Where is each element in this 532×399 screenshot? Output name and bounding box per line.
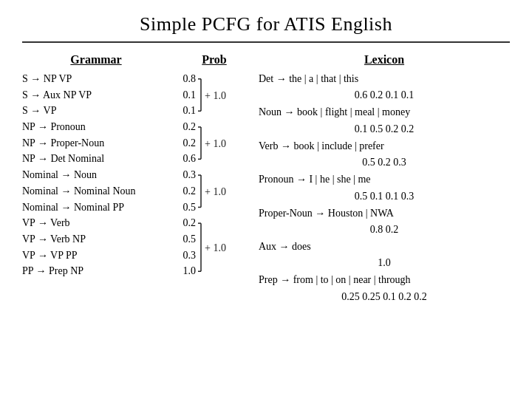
svg-text:+ 1.0: + 1.0 xyxy=(205,186,226,197)
main-columns: Grammar S → NP VPS → Aux NP VPS → VPNP →… xyxy=(22,53,510,306)
prob-value: 0.1 xyxy=(170,103,196,119)
grammar-rule: VP → VP PP xyxy=(22,248,170,264)
svg-text:+ 1.0: + 1.0 xyxy=(205,138,226,149)
prob-value: 0.3 xyxy=(170,248,196,264)
lexicon-probs: 0.1 0.5 0.2 0.2 xyxy=(259,121,510,137)
lexicon-rule: Proper-Noun → Houston | NWA xyxy=(259,205,510,222)
lexicon-probs: 0.6 0.2 0.1 0.1 xyxy=(259,87,510,103)
grammar-rule: NP → Pronoun xyxy=(22,119,170,135)
page: Simple PCFG for ATIS English Grammar S →… xyxy=(0,0,532,313)
grammar-rule: NP → Proper-Noun xyxy=(22,135,170,151)
lexicon-probs: 0.5 0.2 0.3 xyxy=(259,154,510,170)
lexicon-rule: Verb → book | include | prefer xyxy=(259,138,510,154)
prob-header: Prob xyxy=(170,53,259,66)
lexicon-rule: Pronoun → I | he | she | me xyxy=(259,171,510,188)
lexicon-entries: Det → the | a | that | this0.6 0.2 0.1 0… xyxy=(259,71,510,304)
grammar-header: Grammar xyxy=(22,53,170,66)
lexicon-probs: 0.5 0.1 0.1 0.3 xyxy=(259,188,510,204)
grammar-rule: Nominal → Nominal PP xyxy=(22,200,170,216)
prob-value: 0.2 xyxy=(170,119,196,135)
svg-text:+ 1.0: + 1.0 xyxy=(205,90,226,101)
prob-value: 0.8 xyxy=(170,71,196,87)
grammar-rule: NP → Det Nominal xyxy=(22,151,170,167)
lexicon-item: Aux → does1.0 xyxy=(259,239,510,270)
lexicon-item: Prep → from | to | on | near | through0.… xyxy=(259,272,510,304)
prob-rows: 0.80.10.10.20.20.60.30.20.50.20.50.31.0+… xyxy=(170,71,259,279)
lexicon-item: Noun → book | flight | meal | money0.1 0… xyxy=(259,104,510,136)
lexicon-probs: 1.0 xyxy=(259,255,510,270)
prob-column: Prob 0.80.10.10.20.20.60.30.20.50.20.50.… xyxy=(170,53,259,306)
divider xyxy=(22,41,510,43)
svg-text:+ 1.0: + 1.0 xyxy=(205,242,226,253)
grammar-column: Grammar S → NP VPS → Aux NP VPS → VPNP →… xyxy=(22,53,170,306)
lexicon-header: Lexicon xyxy=(259,53,510,66)
lexicon-item: Det → the | a | that | this0.6 0.2 0.1 0… xyxy=(259,71,510,103)
prob-value: 1.0 xyxy=(170,263,196,279)
lexicon-rule: Det → the | a | that | this xyxy=(259,71,510,87)
grammar-rule: S → Aux NP VP xyxy=(22,87,170,103)
prob-value: 0.2 xyxy=(170,183,196,200)
lexicon-probs: 0.25 0.25 0.1 0.2 0.2 xyxy=(259,289,510,304)
grammar-rule: PP → Prep NP xyxy=(22,263,170,279)
lexicon-item: Verb → book | include | prefer0.5 0.2 0.… xyxy=(259,138,510,170)
prob-value: 0.3 xyxy=(170,167,196,183)
grammar-rules: S → NP VPS → Aux NP VPS → VPNP → Pronoun… xyxy=(22,71,170,279)
grammar-rule: S → NP VP xyxy=(22,71,170,87)
lexicon-item: Pronoun → I | he | she | me0.5 0.1 0.1 0… xyxy=(259,171,510,203)
prob-value: 0.2 xyxy=(170,135,196,151)
grammar-rule: Nominal → Noun xyxy=(22,167,170,183)
grammar-rule: VP → Verb xyxy=(22,215,170,231)
grammar-rule: S → VP xyxy=(22,103,170,119)
prob-value: 0.5 xyxy=(170,231,196,248)
lexicon-item: Proper-Noun → Houston | NWA0.8 0.2 xyxy=(259,205,510,237)
lexicon-rule: Aux → does xyxy=(259,239,510,255)
lexicon-rule: Noun → book | flight | meal | money xyxy=(259,104,510,120)
lexicon-rule: Prep → from | to | on | near | through xyxy=(259,272,510,288)
lexicon-probs: 0.8 0.2 xyxy=(259,222,510,237)
page-title: Simple PCFG for ATIS English xyxy=(22,13,510,35)
prob-value: 0.2 xyxy=(170,215,196,231)
grammar-rule: Nominal → Nominal Noun xyxy=(22,183,170,200)
prob-value: 0.1 xyxy=(170,87,196,103)
prob-value: 0.6 xyxy=(170,151,196,167)
prob-value: 0.5 xyxy=(170,200,196,216)
lexicon-column: Lexicon Det → the | a | that | this0.6 0… xyxy=(259,53,510,306)
grammar-rule: VP → Verb NP xyxy=(22,231,170,248)
